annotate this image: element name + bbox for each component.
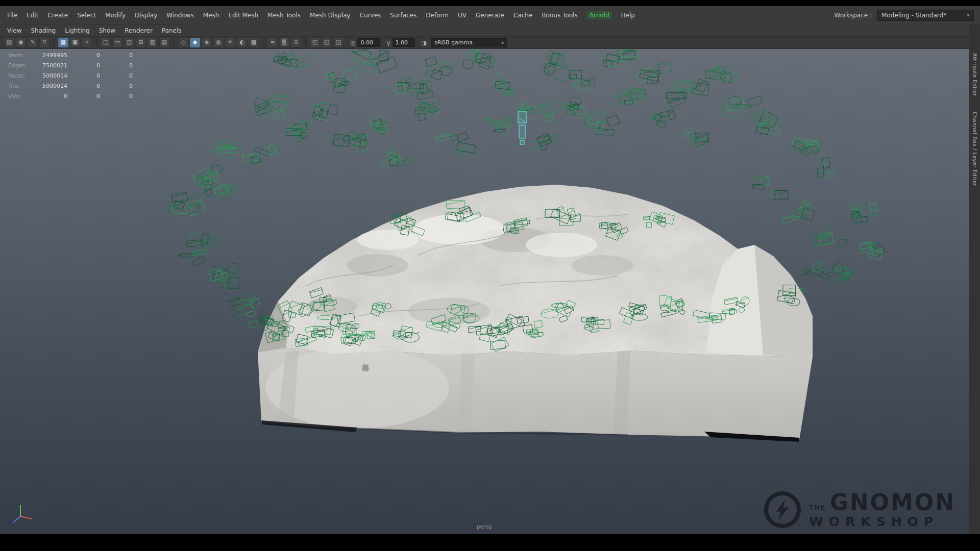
scatter-object-wireframe[interactable] [649, 110, 675, 128]
panel-menu-renderer[interactable]: Renderer [125, 27, 153, 34]
motion-blur-icon[interactable]: ≈ [267, 38, 278, 47]
scatter-object-wireframe[interactable] [209, 263, 240, 289]
safe-title-icon[interactable]: ▤ [159, 38, 169, 47]
scatter-object-wireframe[interactable] [435, 132, 476, 155]
menu-deform[interactable]: Deform [426, 12, 449, 19]
bookmarks-icon[interactable]: ⌑ [39, 38, 50, 47]
scatter-object-wireframe[interactable] [186, 233, 222, 247]
scatter-object-wireframe[interactable] [168, 192, 205, 216]
scatter-object-wireframe[interactable] [415, 101, 441, 120]
menu-edit[interactable]: Edit [27, 12, 38, 19]
menu-arnold[interactable]: Arnold [587, 11, 612, 19]
scatter-object-wireframe[interactable] [684, 131, 709, 148]
scatter-object-wireframe[interactable] [192, 165, 223, 186]
scatter-object-wireframe[interactable] [813, 227, 847, 246]
scatter-object-wireframe[interactable] [721, 96, 763, 118]
menu-mesh-display[interactable]: Mesh Display [310, 12, 351, 19]
scatter-object-wireframe[interactable] [352, 49, 397, 73]
viewport[interactable]: Verts:249999500Edges:750002100Faces:5000… [0, 49, 969, 534]
scatter-object-wireframe[interactable] [635, 62, 672, 84]
scatter-object-wireframe[interactable] [830, 264, 853, 284]
film-gate-icon[interactable]: ▢ [101, 38, 111, 47]
depth-of-field-icon[interactable]: ▒ [279, 38, 289, 47]
menu-display[interactable]: Display [135, 12, 157, 19]
lighting-icon[interactable]: ☀ [225, 38, 235, 47]
scatter-object-wireframe[interactable] [666, 79, 709, 108]
scatter-object-wireframe[interactable] [782, 201, 815, 223]
field-chart-icon[interactable]: ⊞ [136, 38, 146, 47]
use-default-material-icon[interactable]: ◍ [213, 38, 224, 47]
scatter-object-wireframe[interactable] [494, 73, 516, 97]
panel-menu-view[interactable]: View [7, 27, 21, 34]
panel-menu-show[interactable]: Show [99, 27, 115, 34]
panel-tab-channel-box-layer-editor[interactable]: Channel Box / Layer Editor [972, 112, 977, 186]
menu-curves[interactable]: Curves [360, 12, 381, 19]
menu-modify[interactable]: Modify [105, 12, 126, 19]
scatter-object-wireframe[interactable] [330, 133, 368, 153]
menu-windows[interactable]: Windows [166, 12, 194, 19]
scatter-object-wireframe[interactable] [242, 143, 279, 165]
lock-camera-icon[interactable]: ◉ [16, 38, 26, 47]
grid-icon[interactable]: ▦ [58, 38, 68, 47]
pan-zoom-icon[interactable]: ⌖ [82, 38, 92, 47]
isolate-select-icon[interactable]: ◰ [310, 38, 320, 47]
scatter-object-wireframe[interactable] [860, 241, 885, 260]
scatter-object-wireframe[interactable] [209, 140, 243, 159]
exposure-input[interactable]: 0.00 [357, 38, 380, 47]
scatter-object-wireframe[interactable] [254, 94, 289, 119]
menu-file[interactable]: File [7, 12, 17, 19]
scatter-object-wireframe[interactable] [751, 174, 788, 199]
safe-action-icon[interactable]: ▥ [148, 38, 158, 47]
scatter-object-wireframe[interactable] [544, 51, 571, 83]
menu-cache[interactable]: Cache [513, 12, 532, 19]
xray-joints-icon[interactable]: ◲ [333, 38, 344, 47]
wireframe-icon[interactable]: ◇ [178, 38, 188, 47]
anti-aliasing-icon[interactable]: ⊙ [291, 38, 301, 47]
menu-uv[interactable]: UV [458, 12, 467, 19]
shadows-icon[interactable]: ◐ [237, 38, 247, 47]
panel-menu-shading[interactable]: Shading [31, 27, 56, 34]
panel-tab-attribute-editor[interactable]: Attribute Editor [972, 53, 977, 96]
scatter-object-wireframe[interactable] [179, 244, 207, 267]
scatter-object-wireframe[interactable] [792, 137, 823, 155]
scatter-object-wireframe[interactable] [611, 86, 646, 107]
menu-mesh-tools[interactable]: Mesh Tools [267, 12, 301, 19]
scatter-object-wireframe[interactable] [583, 111, 620, 136]
select-camera-icon[interactable]: ▤ [4, 38, 14, 47]
xray-icon[interactable]: ◱ [322, 38, 332, 47]
selected-object-wireframe[interactable] [518, 112, 526, 144]
scatter-object-wireframe[interactable] [529, 133, 556, 149]
scatter-object-wireframe[interactable] [273, 53, 311, 69]
scatter-object-wireframe[interactable] [850, 202, 878, 224]
menu-generate[interactable]: Generate [476, 12, 504, 19]
menu-bonus-tools[interactable]: Bonus Tools [542, 12, 577, 19]
scatter-object-wireframe[interactable] [396, 77, 433, 100]
scatter-object-wireframe[interactable] [312, 102, 338, 121]
gamma-input[interactable]: 1.00 [393, 38, 415, 47]
camera-attributes-icon[interactable]: ✎ [28, 38, 38, 47]
workspace-dropdown[interactable]: Modeling - Standard* ▾ [877, 10, 974, 21]
smooth-shaded-icon[interactable]: ◆ [190, 38, 200, 47]
panel-menu-panels[interactable]: Panels [162, 27, 182, 34]
scatter-object-wireframe[interactable] [705, 65, 738, 83]
scatter-object-wireframe[interactable] [751, 108, 780, 135]
scatter-object-wireframe[interactable] [569, 71, 595, 91]
colorspace-dropdown[interactable]: sRGB gamma ▾ [431, 38, 507, 47]
scatter-object-wireframe[interactable] [809, 158, 834, 178]
image-plane-icon[interactable]: ▣ [70, 38, 80, 47]
scatter-object-wireframe[interactable] [796, 262, 830, 281]
menu-select[interactable]: Select [77, 12, 96, 19]
menu-create[interactable]: Create [47, 12, 68, 19]
scatter-object-wireframe[interactable] [228, 293, 260, 316]
scatter-object-wireframe[interactable] [286, 120, 312, 142]
scatter-object-wireframe[interactable] [424, 57, 452, 80]
scatter-object-wireframe[interactable] [560, 97, 584, 116]
menu-mesh[interactable]: Mesh [203, 12, 219, 19]
scatter-object-wireframe[interactable] [463, 49, 495, 69]
ambient-occlusion-icon[interactable]: ▩ [249, 38, 259, 47]
textured-icon[interactable]: ◈ [202, 38, 212, 47]
scatter-object-wireframe[interactable] [370, 116, 388, 135]
scatter-object-wireframe[interactable] [603, 49, 639, 67]
menu-edit-mesh[interactable]: Edit Mesh [228, 12, 258, 19]
gate-mask-icon[interactable]: ◫ [124, 38, 134, 47]
